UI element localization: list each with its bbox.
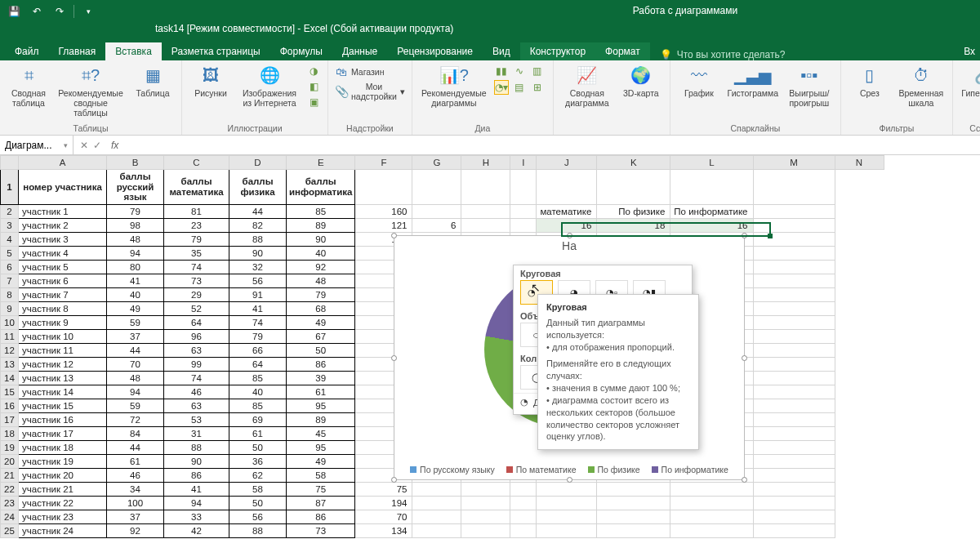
row-header-10[interactable]: 10	[1, 315, 19, 329]
resize-handle[interactable]	[742, 477, 747, 483]
row-header-16[interactable]: 16	[1, 399, 19, 412]
pivottable-button[interactable]: ⌗Сводная таблица	[7, 64, 51, 108]
tab-review[interactable]: Рецензирование	[387, 42, 483, 60]
name-box-input[interactable]	[5, 140, 54, 151]
cancel-icon[interactable]: ✕	[80, 140, 88, 151]
select-all-corner[interactable]	[1, 156, 19, 170]
sparkline-winloss-button[interactable]: ▪▫▪Выигрыш/проигрыш	[785, 64, 834, 108]
col-header-F[interactable]: F	[355, 156, 412, 170]
tab-file[interactable]: Файл	[5, 42, 49, 60]
fx-icon[interactable]: fx	[108, 140, 122, 151]
col-header-I[interactable]: I	[510, 156, 537, 170]
hyperlink-button[interactable]: 🔗Гиперссылк	[960, 64, 980, 98]
col-header-J[interactable]: J	[537, 156, 597, 170]
pivotchart-button[interactable]: 📈Сводная диаграмма	[560, 64, 614, 108]
chevron-down-icon[interactable]: ▾	[64, 141, 68, 149]
3dmap-button[interactable]: 🌍3D-карта	[619, 64, 663, 98]
line-chart-icon[interactable]: ∿	[512, 64, 527, 78]
table-button[interactable]: ▦Таблица	[131, 64, 175, 98]
row-header-24[interactable]: 24	[1, 510, 19, 523]
timeline-button[interactable]: ⏱Временная шкала	[897, 64, 946, 108]
tab-page-layout[interactable]: Разметка страницы	[162, 42, 270, 60]
smartart-icon[interactable]: ◧	[306, 79, 321, 94]
bar-chart-icon[interactable]: ▤	[512, 80, 527, 95]
row-header-18[interactable]: 18	[1, 426, 19, 440]
col-header-G[interactable]: G	[412, 156, 461, 170]
row-header-7[interactable]: 7	[1, 274, 19, 287]
tab-insert[interactable]: Вставка	[105, 42, 162, 60]
screenshot-icon[interactable]: ▣	[306, 95, 321, 109]
tab-view[interactable]: Вид	[483, 42, 520, 60]
col-header-M[interactable]: M	[753, 156, 835, 170]
tab-chart-design[interactable]: Конструктор	[520, 42, 595, 60]
tell-me[interactable]: 💡Что вы хотите сделать?	[660, 49, 786, 60]
row-header-5[interactable]: 5	[1, 246, 19, 260]
col-header-B[interactable]: B	[107, 156, 164, 170]
pivottable-icon: ⌗	[16, 64, 42, 87]
col-header-K[interactable]: K	[597, 156, 670, 170]
col-header-E[interactable]: E	[287, 156, 355, 170]
row-header-15[interactable]: 15	[1, 385, 19, 399]
resize-handle[interactable]	[742, 233, 747, 238]
row-header-13[interactable]: 13	[1, 357, 19, 371]
col-header-D[interactable]: D	[229, 156, 287, 170]
chart-title[interactable]: На	[394, 236, 744, 256]
tab-formulas[interactable]: Формулы	[270, 42, 332, 60]
row-header-1[interactable]: 1	[1, 170, 19, 205]
col-header-C[interactable]: C	[164, 156, 229, 170]
row-header-19[interactable]: 19	[1, 440, 19, 454]
row-header-11[interactable]: 11	[1, 329, 19, 343]
row-header-3[interactable]: 3	[1, 218, 19, 232]
name-box[interactable]: ▾	[0, 136, 74, 154]
col-header-N[interactable]: N	[835, 156, 884, 170]
column-chart-icon[interactable]: ▮▮	[494, 64, 509, 78]
resize-handle[interactable]	[391, 233, 397, 238]
row-header-12[interactable]: 12	[1, 343, 19, 357]
pictures-button[interactable]: 🖼Рисунки	[189, 64, 233, 98]
hier-chart-icon[interactable]: ▥	[530, 64, 545, 78]
row-header-25[interactable]: 25	[1, 523, 19, 537]
row-header-2[interactable]: 2	[1, 204, 19, 218]
undo-button[interactable]: ↶	[28, 2, 46, 20]
row-header-22[interactable]: 22	[1, 482, 19, 496]
row-header-17[interactable]: 17	[1, 412, 19, 426]
sparkline-column-button[interactable]: ▁▃▅Гистограмма	[726, 64, 780, 98]
row-header-4[interactable]: 4	[1, 232, 19, 246]
row-header-9[interactable]: 9	[1, 301, 19, 315]
tab-data[interactable]: Данные	[332, 42, 387, 60]
resize-handle[interactable]	[567, 233, 572, 238]
recommended-charts-button[interactable]: 📊?Рекомендуемые диаграммы	[419, 64, 489, 108]
group-tables: ⌗Сводная таблица ⌗?Рекомендуемые сводные…	[0, 60, 182, 135]
row-header-14[interactable]: 14	[1, 371, 19, 385]
enter-icon[interactable]: ✓	[93, 140, 101, 151]
save-button[interactable]: 💾	[5, 2, 23, 20]
row-header-6[interactable]: 6	[1, 260, 19, 274]
tab-signin[interactable]: Вх	[954, 42, 975, 60]
row-header-21[interactable]: 21	[1, 468, 19, 482]
row-header-8[interactable]: 8	[1, 287, 19, 301]
stat-chart-icon[interactable]: ⊞	[530, 80, 545, 95]
row-header-20[interactable]: 20	[1, 454, 19, 468]
resize-handle[interactable]	[567, 477, 572, 483]
tab-chart-format[interactable]: Формат	[595, 42, 650, 60]
col-header-H[interactable]: H	[461, 156, 510, 170]
pie-chart-button[interactable]: ◔▾	[494, 80, 509, 95]
resize-handle[interactable]	[391, 355, 397, 361]
resize-handle[interactable]	[742, 355, 747, 361]
resize-handle[interactable]	[391, 477, 397, 483]
my-addins-button[interactable]: 📎Мои надстройки ▾	[335, 83, 405, 100]
chart-legend[interactable]: По русскому языку По математике По физик…	[394, 465, 744, 474]
store-button[interactable]: 🛍Магазин	[335, 64, 405, 80]
recommended-pivot-button[interactable]: ⌗?Рекомендуемые сводные таблицы	[56, 64, 126, 118]
redo-button[interactable]: ↷	[51, 2, 69, 20]
col-header-L[interactable]: L	[670, 156, 753, 170]
legend-swatch-icon	[410, 466, 416, 473]
sparkline-line-button[interactable]: 〰График	[677, 64, 721, 98]
shapes-icon[interactable]: ◑	[306, 64, 321, 78]
slicer-button[interactable]: ▯Срез	[848, 64, 892, 98]
col-header-A[interactable]: A	[19, 156, 107, 170]
online-pictures-button[interactable]: 🌐Изображения из Интернета	[238, 64, 301, 108]
tab-home[interactable]: Главная	[49, 42, 106, 60]
qat-customize[interactable]: ▾	[79, 2, 97, 20]
row-header-23[interactable]: 23	[1, 496, 19, 510]
